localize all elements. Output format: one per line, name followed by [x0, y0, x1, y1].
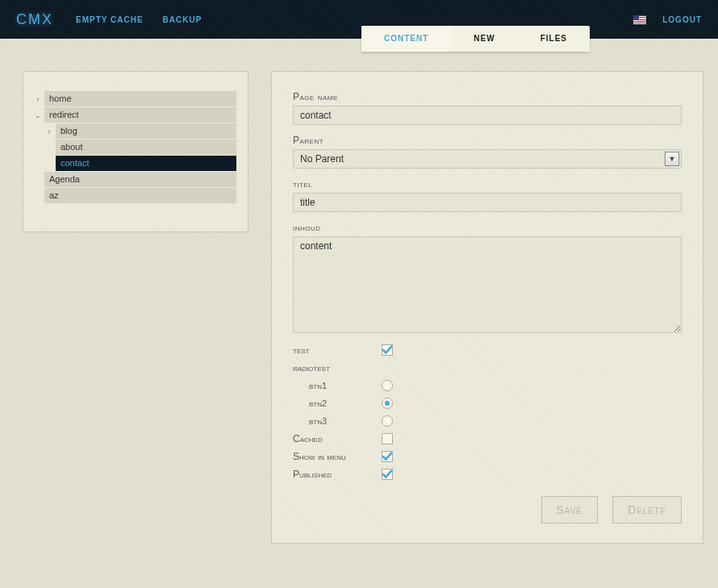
cached-label: Cached — [293, 433, 382, 444]
tree-item-label[interactable]: redirect — [44, 107, 236, 123]
tree-item-contact[interactable]: contact — [31, 156, 236, 171]
tab-content[interactable]: CONTENT — [361, 26, 451, 52]
titel-label: titel — [293, 178, 682, 190]
test-checkbox[interactable] — [382, 344, 393, 356]
page-name-label: Page name — [293, 91, 682, 102]
show-in-menu-label: Show in menu — [293, 451, 382, 462]
radio-btn3[interactable] — [382, 415, 393, 427]
tree-item-label[interactable]: az — [44, 188, 236, 203]
page-form: Page name Parent ▼ titel inhoud test rad… — [271, 71, 703, 544]
inhoud-textarea[interactable] — [293, 236, 682, 333]
parent-label: Parent — [293, 135, 682, 146]
tab-new[interactable]: NEW — [451, 26, 517, 52]
published-label: Published — [293, 469, 382, 480]
save-button[interactable]: Save — [541, 496, 599, 523]
page-tree: ›home⌄redirect›blogaboutcontactAgendaaz — [23, 71, 248, 232]
chevron-down-icon[interactable]: ▼ — [665, 152, 679, 166]
chevron-right-icon[interactable]: › — [43, 127, 56, 136]
chevron-down-icon[interactable]: ⌄ — [31, 111, 44, 119]
tab-files[interactable]: FILES — [518, 26, 590, 52]
page-name-input[interactable] — [293, 106, 682, 125]
show-in-menu-checkbox[interactable] — [382, 451, 393, 462]
tree-item-label[interactable]: home — [44, 91, 236, 106]
test-label: test — [293, 344, 382, 356]
delete-button[interactable]: Delete — [612, 496, 682, 523]
radio-btn2[interactable] — [382, 398, 393, 409]
chevron-right-icon[interactable]: › — [31, 95, 44, 103]
parent-select[interactable]: ▼ — [293, 149, 682, 169]
tree-item-agenda[interactable]: Agenda — [31, 172, 236, 187]
empty-cache-link[interactable]: EMPTY CACHE — [76, 15, 144, 24]
tree-item-home[interactable]: ›home — [31, 91, 236, 106]
backup-link[interactable]: BACKUP — [163, 15, 202, 24]
top-bar: CMX EMPTY CACHE BACKUP LOGOUT — [0, 0, 718, 39]
tree-item-label[interactable]: contact — [56, 156, 236, 171]
brand-logo: CMX — [16, 11, 53, 28]
radio-btn3-label: btn3 — [293, 416, 382, 426]
radiotest-label: radiotest — [293, 362, 382, 373]
tree-item-label[interactable]: blog — [56, 123, 236, 139]
cached-checkbox[interactable] — [382, 433, 393, 444]
tree-item-label[interactable]: Agenda — [44, 172, 236, 187]
titel-input[interactable] — [293, 193, 682, 212]
tab-bar: CONTENT NEW FILES — [361, 26, 590, 52]
logout-link[interactable]: LOGOUT — [662, 15, 702, 24]
tree-item-az[interactable]: az — [31, 188, 236, 203]
tree-item-label[interactable]: about — [56, 140, 236, 155]
radio-btn2-label: btn2 — [293, 398, 382, 408]
tree-item-blog[interactable]: ›blog — [31, 123, 236, 139]
flag-us-icon[interactable] — [633, 15, 646, 24]
radio-btn1-label: btn1 — [293, 381, 382, 390]
parent-select-value[interactable] — [293, 149, 682, 169]
tree-item-about[interactable]: about — [31, 140, 236, 155]
inhoud-label: inhoud — [293, 222, 682, 233]
radio-btn1[interactable] — [382, 380, 393, 391]
published-checkbox[interactable] — [382, 469, 393, 480]
tree-item-redirect[interactable]: ⌄redirect — [31, 107, 236, 123]
